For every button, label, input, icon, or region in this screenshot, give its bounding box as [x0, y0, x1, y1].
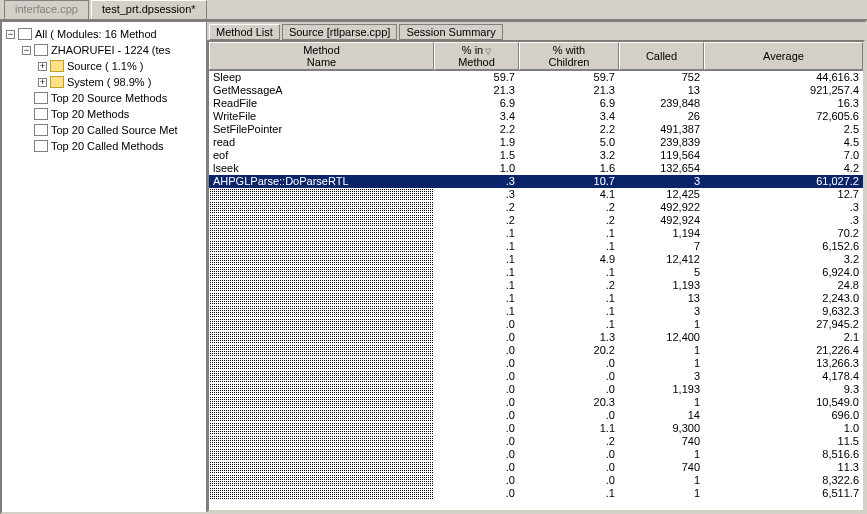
tree-node-top20[interactable]: Top 20 Source Methods — [6, 90, 206, 106]
cell — [209, 357, 434, 370]
col-pct-with-children[interactable]: % with Children — [519, 42, 619, 70]
table-row[interactable]: ReadFile6.96.9239,84816.3 — [209, 97, 863, 110]
cell — [209, 214, 434, 227]
table-row[interactable]: .1.21,19324.8 — [209, 279, 863, 292]
table-row[interactable]: .020.2121,226.4 — [209, 344, 863, 357]
header-text: Name — [307, 56, 336, 68]
table-row[interactable]: .1.156,924.0 — [209, 266, 863, 279]
table-row[interactable]: Sleep59.759.775244,616.3 — [209, 71, 863, 84]
table-row[interactable]: .01.19,3001.0 — [209, 422, 863, 435]
tree-node-top20[interactable]: Top 20 Called Methods — [6, 138, 206, 154]
table-row[interactable]: .2.2492,922.3 — [209, 201, 863, 214]
table-row[interactable]: .0.274011.5 — [209, 435, 863, 448]
cell: 61,027.2 — [704, 175, 863, 188]
table-row[interactable]: .0.01,1939.3 — [209, 383, 863, 396]
cell: .1 — [519, 227, 619, 240]
cell: 59.7 — [434, 71, 519, 84]
table-row[interactable]: eof1.53.2119,5647.0 — [209, 149, 863, 162]
tree-node-top20[interactable]: Top 20 Methods — [6, 106, 206, 122]
cell: 1,194 — [619, 227, 704, 240]
collapse-icon[interactable]: − — [22, 46, 31, 55]
col-method-name[interactable]: Method Name — [209, 42, 434, 70]
tree-node-source[interactable]: + Source ( 1.1% ) — [6, 58, 206, 74]
expand-icon[interactable]: + — [38, 78, 47, 87]
table-row[interactable]: .0.018,516.6 — [209, 448, 863, 461]
tab-source[interactable]: Source [rtlparse.cpp] — [282, 24, 398, 40]
tree-node-all[interactable]: − All ( Modules: 16 Method — [6, 26, 206, 42]
cell: .1 — [434, 240, 519, 253]
cell: AHPGLParse::DoParseRTL — [209, 175, 434, 188]
table-row[interactable]: .1.11,19470.2 — [209, 227, 863, 240]
tree-node-system[interactable]: + System ( 98.9% ) — [6, 74, 206, 90]
cell: 3.2 — [704, 253, 863, 266]
cell — [209, 253, 434, 266]
table-row[interactable]: .0.014696.0 — [209, 409, 863, 422]
file-tabs: interface.cpp test_prt.dpsession* — [0, 0, 867, 20]
table-row[interactable]: AHPGLParse::DoParseRTL.310.7361,027.2 — [209, 175, 863, 188]
cell: 752 — [619, 71, 704, 84]
collapse-icon[interactable]: − — [6, 30, 15, 39]
cell: 921,257.4 — [704, 84, 863, 97]
table-row[interactable]: .0.1127,945.2 — [209, 318, 863, 331]
grid-body[interactable]: Sleep59.759.775244,616.3GetMessageA21.32… — [209, 71, 863, 510]
col-called[interactable]: Called — [619, 42, 704, 70]
table-row[interactable]: read1.95.0239,8394.5 — [209, 136, 863, 149]
tree-label[interactable]: Top 20 Source Methods — [51, 92, 167, 104]
table-row[interactable]: .0.116,511.7 — [209, 487, 863, 500]
right-panel: Method List Source [rtlparse.cpp] Sessio… — [207, 22, 865, 512]
tree-label[interactable]: Top 20 Called Methods — [51, 140, 164, 152]
table-row[interactable]: .1.176,152.6 — [209, 240, 863, 253]
table-row[interactable]: WriteFile3.43.42672,605.6 — [209, 110, 863, 123]
tree-label[interactable]: Source ( 1.1% ) — [67, 60, 143, 72]
cell: .1 — [519, 318, 619, 331]
cell: .1 — [519, 292, 619, 305]
table-row[interactable]: .34.112,42512.7 — [209, 188, 863, 201]
tab-session-summary[interactable]: Session Summary — [399, 24, 502, 40]
tree-label[interactable]: ZHAORUFEI - 1224 (tes — [51, 44, 170, 56]
cell: 21,226.4 — [704, 344, 863, 357]
cell: .1 — [519, 487, 619, 500]
table-row[interactable]: .2.2492,924.3 — [209, 214, 863, 227]
table-row[interactable]: .0.018,322.6 — [209, 474, 863, 487]
cell: .0 — [434, 409, 519, 422]
table-row[interactable]: .020.3110,549.0 — [209, 396, 863, 409]
cell: .2 — [519, 201, 619, 214]
tree-label[interactable]: Top 20 Called Source Met — [51, 124, 178, 136]
tree-node-top20[interactable]: Top 20 Called Source Met — [6, 122, 206, 138]
cell — [209, 201, 434, 214]
table-row[interactable]: .1.1132,243.0 — [209, 292, 863, 305]
file-tab[interactable]: test_prt.dpsession* — [91, 0, 207, 19]
cell — [209, 448, 434, 461]
table-row[interactable]: .01.312,4002.1 — [209, 331, 863, 344]
cell: .2 — [434, 201, 519, 214]
cell: 13 — [619, 292, 704, 305]
cell: 3 — [619, 175, 704, 188]
cell: .0 — [434, 461, 519, 474]
cell: .0 — [434, 344, 519, 357]
table-row[interactable]: .0.074011.3 — [209, 461, 863, 474]
cell: 27,945.2 — [704, 318, 863, 331]
table-row[interactable]: .0.0113,266.3 — [209, 357, 863, 370]
table-row[interactable]: lseek1.01.6132,6544.2 — [209, 162, 863, 175]
col-pct-in-method[interactable]: % in▽ Method — [434, 42, 519, 70]
tree-label[interactable]: System ( 98.9% ) — [67, 76, 151, 88]
cell: .1 — [434, 279, 519, 292]
table-row[interactable]: .1.139,632.3 — [209, 305, 863, 318]
table-row[interactable]: .14.912,4123.2 — [209, 253, 863, 266]
cell: 491,387 — [619, 123, 704, 136]
cell: 44,616.3 — [704, 71, 863, 84]
tree-node-thread[interactable]: − ZHAORUFEI - 1224 (tes — [6, 42, 206, 58]
tab-method-list[interactable]: Method List — [209, 24, 280, 40]
cell: .1 — [434, 292, 519, 305]
cell — [209, 409, 434, 422]
table-row[interactable]: .0.034,178.4 — [209, 370, 863, 383]
tree-label[interactable]: All ( Modules: 16 Method — [35, 28, 157, 40]
expand-icon[interactable]: + — [38, 62, 47, 71]
table-row[interactable]: SetFilePointer2.22.2491,3872.5 — [209, 123, 863, 136]
tree-label[interactable]: Top 20 Methods — [51, 108, 129, 120]
file-tab[interactable]: interface.cpp — [4, 0, 89, 19]
cell: 11.3 — [704, 461, 863, 474]
table-row[interactable]: GetMessageA21.321.313921,257.4 — [209, 84, 863, 97]
col-average[interactable]: Average — [704, 42, 863, 70]
cell: 492,922 — [619, 201, 704, 214]
